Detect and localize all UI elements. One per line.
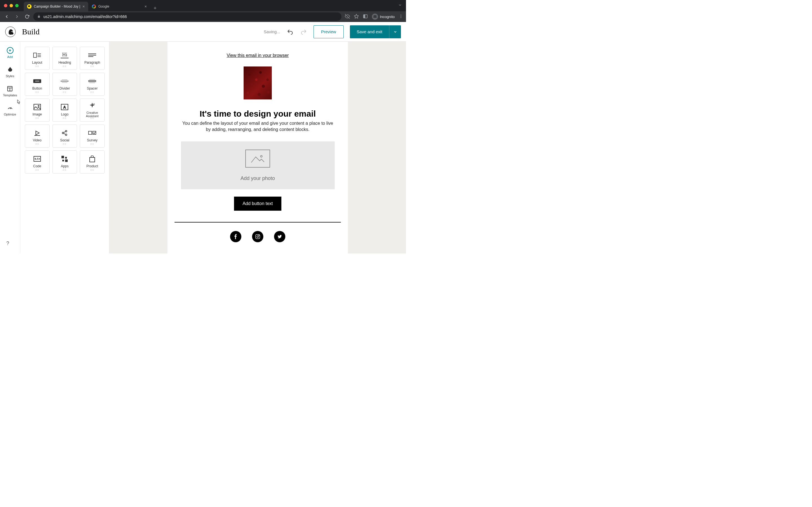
- view-in-browser-link[interactable]: View this email in your browser: [227, 53, 289, 58]
- code-icon: [33, 156, 41, 162]
- rail-label: Styles: [6, 74, 14, 78]
- svg-rect-0: [38, 16, 40, 17]
- canvas-area[interactable]: View this email in your browser It's tim…: [109, 42, 406, 253]
- svg-point-6: [375, 16, 377, 18]
- tab-google[interactable]: Google ×: [88, 2, 150, 11]
- help-button[interactable]: ?: [6, 240, 14, 248]
- block-label: Divider: [59, 87, 70, 91]
- svg-text:A: A: [63, 105, 66, 109]
- templates-icon: [6, 85, 13, 93]
- block-heading[interactable]: Hi Heading ⠿⠿: [52, 47, 77, 70]
- drag-handle-icon: ⠿⠿: [63, 143, 66, 146]
- new-tab-button[interactable]: +: [150, 5, 160, 11]
- svg-point-8: [401, 16, 402, 17]
- close-tab-icon[interactable]: ×: [145, 4, 147, 9]
- svg-rect-17: [34, 53, 37, 57]
- save-exit-group: Save and exit: [350, 25, 401, 38]
- photo-placeholder-text: Add your photo: [241, 175, 275, 181]
- block-image[interactable]: Image ⠿⠿: [25, 99, 50, 122]
- tracking-protection-icon[interactable]: [345, 14, 350, 20]
- url-input[interactable]: us21.admin.mailchimp.com/email/editor?id…: [33, 12, 342, 21]
- block-divider[interactable]: Divider ⠿⠿: [52, 73, 77, 96]
- side-panel-icon[interactable]: [363, 14, 368, 20]
- image-icon: [33, 104, 41, 110]
- block-label: Code: [33, 164, 41, 168]
- menu-icon[interactable]: [399, 14, 403, 19]
- email-cta-button[interactable]: Add button text: [234, 196, 282, 211]
- heading-icon: Hi: [61, 52, 68, 58]
- sparkle-icon: [88, 103, 96, 109]
- block-apps[interactable]: Apps ⠿⠿: [52, 151, 77, 173]
- reload-button[interactable]: [23, 13, 31, 20]
- incognito-badge[interactable]: Incognito: [372, 13, 395, 20]
- block-logo[interactable]: A Logo ⠿⠿: [52, 99, 77, 122]
- save-exit-button[interactable]: Save and exit: [350, 25, 389, 38]
- email-heading[interactable]: It's time to design your email: [200, 109, 316, 119]
- back-button[interactable]: [3, 13, 11, 20]
- svg-point-39: [65, 130, 67, 132]
- svg-marker-2: [354, 14, 359, 18]
- bookmark-icon[interactable]: [354, 14, 359, 20]
- block-code[interactable]: Code ⠿⠿: [25, 151, 50, 173]
- left-rail: + Add Styles Templates Optimize ?: [0, 42, 20, 253]
- block-label: Image: [33, 112, 42, 116]
- mailchimp-logo-icon[interactable]: [5, 26, 16, 37]
- rail-templates[interactable]: Templates: [3, 85, 17, 97]
- svg-line-47: [37, 158, 38, 160]
- social-row[interactable]: [230, 231, 285, 242]
- undo-button[interactable]: [287, 28, 294, 36]
- chevron-down-icon[interactable]: [398, 3, 402, 8]
- block-label: Paragraph: [84, 61, 100, 64]
- svg-line-43: [64, 131, 65, 133]
- email-canvas[interactable]: View this email in your browser It's tim…: [167, 42, 348, 253]
- window-controls[interactable]: [4, 4, 18, 7]
- svg-point-11: [11, 31, 12, 32]
- facebook-icon[interactable]: [230, 231, 241, 242]
- block-layout[interactable]: Layout ⠿⠿: [25, 47, 50, 70]
- block-spacer[interactable]: Spacer ⠿⠿: [80, 73, 105, 96]
- email-divider[interactable]: [174, 222, 341, 223]
- block-video[interactable]: Video ⠿⠿: [25, 124, 50, 148]
- save-exit-dropdown[interactable]: [389, 25, 401, 38]
- block-survey[interactable]: Survey ⠿⠿: [80, 124, 105, 148]
- twitter-icon[interactable]: [274, 231, 285, 242]
- tab-campaign-builder[interactable]: Campaign Builder - Mood Joy | ×: [24, 2, 88, 11]
- drag-handle-icon: ⠿⠿: [35, 143, 39, 146]
- gauge-icon: [6, 104, 14, 112]
- rail-add[interactable]: + Add: [6, 47, 14, 59]
- forward-button[interactable]: [13, 13, 21, 20]
- rail-optimize[interactable]: Optimize: [4, 104, 16, 116]
- close-tab-icon[interactable]: ×: [83, 4, 85, 9]
- block-creative-assistant[interactable]: Creative Assistant ⠿⠿: [80, 99, 105, 122]
- rail-styles[interactable]: Styles: [6, 66, 14, 78]
- svg-point-56: [259, 235, 259, 236]
- svg-point-5: [373, 16, 375, 18]
- minimize-window-icon[interactable]: [10, 4, 13, 7]
- share-icon: [61, 130, 68, 136]
- instagram-icon[interactable]: [252, 231, 263, 242]
- svg-line-42: [64, 133, 65, 134]
- block-label: Logo: [61, 112, 68, 116]
- maximize-window-icon[interactable]: [15, 4, 18, 7]
- email-subheading[interactable]: You can define the layout of your email …: [180, 120, 335, 133]
- drag-handle-icon: ⠿⠿: [63, 117, 66, 120]
- svg-point-53: [260, 156, 262, 157]
- preview-button[interactable]: Preview: [313, 25, 344, 38]
- block-button[interactable]: Button ⠿⠿: [25, 73, 50, 96]
- favicon-google-icon: [92, 4, 96, 9]
- close-window-icon[interactable]: [4, 4, 7, 7]
- block-product[interactable]: Product ⠿⠿: [80, 151, 105, 173]
- block-social[interactable]: Social ⠿⠿: [52, 124, 77, 148]
- svg-rect-48: [61, 156, 64, 158]
- incognito-label: Incognito: [380, 15, 395, 19]
- hero-image[interactable]: [244, 66, 272, 100]
- drag-handle-icon: ⠿⠿: [35, 91, 39, 94]
- paragraph-icon: [88, 52, 96, 58]
- svg-rect-50: [62, 160, 64, 161]
- photo-placeholder[interactable]: Add your photo: [181, 142, 335, 189]
- redo-button[interactable]: [300, 28, 307, 36]
- divider-icon: [61, 78, 68, 84]
- drag-handle-icon: ⠿⠿: [35, 65, 39, 68]
- block-paragraph[interactable]: Paragraph ⠿⠿: [80, 47, 105, 70]
- drag-handle-icon: ⠿⠿: [90, 65, 94, 68]
